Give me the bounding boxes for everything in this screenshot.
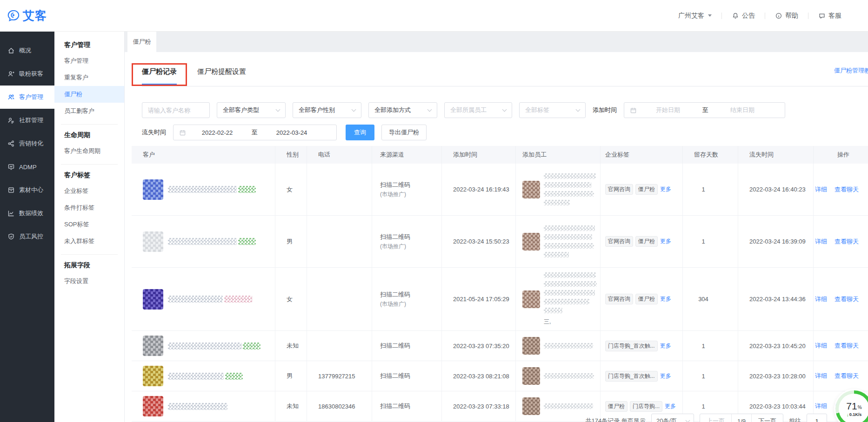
open-page-tab[interactable]: 僵尸粉: [127, 32, 156, 52]
col-added-staff: 添加员工: [516, 146, 601, 164]
chevron-down-icon: [427, 107, 432, 112]
archive-icon: [7, 186, 15, 194]
logo-bubble-icon: [7, 9, 20, 23]
submenu-item-zombie-fans[interactable]: 僵尸粉: [54, 86, 124, 103]
info-icon: [775, 12, 782, 20]
divider: [61, 124, 118, 125]
detail-link[interactable]: 详细: [815, 185, 827, 194]
col-phone: 电话: [307, 146, 372, 164]
churn-time-cell: 2022-03-24 13:44:36: [738, 268, 814, 330]
detail-link[interactable]: 详细: [815, 237, 827, 246]
pager-group: 上一页 1/9 下一页: [700, 414, 783, 422]
more-link[interactable]: 更多: [660, 295, 671, 303]
employee-avatar-blur: [522, 367, 540, 385]
sidebar-item-community[interactable]: 社群管理: [0, 109, 54, 132]
submenu-section-title: 客户标签: [54, 165, 124, 183]
customer-type-select[interactable]: 全部客户类型: [217, 102, 286, 118]
tags-cell: 官网咨询僵尸粉更多: [601, 216, 683, 267]
gauge-inner: 71% ↓ 0.1K/s: [839, 394, 868, 422]
table-row: 男13779927215扫描二维码2022-03-23 08:21:08门店导购…: [132, 361, 868, 391]
more-link[interactable]: 更多: [660, 185, 671, 193]
more-link[interactable]: 更多: [665, 402, 676, 410]
sidebar-item-marketing[interactable]: 营销转化: [0, 132, 54, 155]
phone-cell: [307, 331, 372, 361]
churn-time-range-picker[interactable]: 2022-02-22 至 2022-03-24: [173, 125, 337, 140]
view-chat-link[interactable]: 查看聊天: [835, 185, 859, 194]
sidebar-item-label: 员工风控: [19, 232, 43, 241]
view-chat-link[interactable]: 查看聊天: [835, 295, 859, 303]
submenu-item-customer-mgmt[interactable]: 客户管理: [54, 53, 124, 69]
added-time-cell: 2022-03-24 16:19:43: [442, 164, 516, 215]
sidebar-item-admp[interactable]: ADMP: [0, 155, 54, 178]
help-button[interactable]: 帮助: [765, 12, 808, 20]
workspace-switcher[interactable]: 广州艾客: [668, 12, 721, 20]
employee-name-blur: [544, 373, 594, 379]
add-time-range-picker[interactable]: 开始日期 至 结束日期: [624, 102, 785, 118]
support-button[interactable]: 客服: [808, 12, 851, 20]
submenu-item-lifecycle[interactable]: 客户生命周期: [54, 143, 124, 159]
submenu-item-field-settings[interactable]: 字段设置: [54, 273, 124, 290]
phone-cell: 13779927215: [307, 361, 372, 391]
sidebar-item-materials[interactable]: 素材中心: [0, 178, 54, 202]
sidebar-item-overview[interactable]: 概况: [0, 39, 54, 62]
employee-avatar-blur: [522, 233, 540, 251]
submenu-item-not-in-group-tags[interactable]: 未入群标签: [54, 233, 124, 250]
export-zombie-button[interactable]: 导出僵尸粉: [381, 125, 427, 140]
group-icon: [7, 117, 15, 124]
tags-cell: 官网咨询僵尸粉更多: [601, 268, 683, 330]
sidebar-item-risk[interactable]: 员工风控: [0, 225, 54, 248]
channel-cell: 扫描二维码(市场推广): [372, 268, 442, 330]
sidebar-item-acquisition[interactable]: 吸粉获客: [0, 62, 54, 86]
table-row: 女扫描二维码(市场推广)2021-05-24 17:05:29三,官网咨询僵尸粉…: [132, 268, 868, 331]
zombie-guide-link[interactable]: 僵尸粉管理教: [834, 66, 868, 75]
view-chat-link[interactable]: 查看聊天: [835, 237, 859, 246]
select-value: 全部所属员工: [450, 106, 487, 114]
detail-link[interactable]: 详细: [815, 402, 827, 410]
page-size-select[interactable]: 20条/页: [651, 414, 694, 422]
tab-zombie-records-wrap: 僵尸粉记录: [142, 67, 177, 85]
app-logo[interactable]: 艾客: [7, 8, 47, 23]
chevron-down-icon: [576, 107, 581, 112]
detail-link[interactable]: 详细: [815, 372, 827, 380]
channel-cell: 扫描二维码: [372, 361, 442, 391]
col-channel: 来源渠道: [372, 146, 442, 164]
submenu-item-corp-tags[interactable]: 企业标签: [54, 183, 124, 199]
tag-chip: 僵尸粉: [635, 294, 658, 304]
view-chat-link[interactable]: 查看聊天: [835, 372, 859, 380]
customer-cell: [132, 268, 275, 330]
tag-chip: 门店导购_首次触...: [605, 371, 658, 382]
col-retention-days: 留存天数: [683, 146, 738, 164]
more-link[interactable]: 更多: [660, 342, 671, 350]
sidebar-item-customers[interactable]: 客户管理: [0, 86, 54, 109]
submenu-item-duplicate-customers[interactable]: 重复客户: [54, 69, 124, 86]
submenu-item-conditional-tags[interactable]: 条件打标签: [54, 199, 124, 216]
gauge-speed: ↓ 0.1K/s: [847, 413, 862, 417]
tag-chip: 门店导购_首次触...: [605, 341, 658, 351]
more-link[interactable]: 更多: [660, 372, 671, 380]
added-time-cell: 2022-03-24 15:50:23: [442, 216, 516, 267]
prev-page-button[interactable]: 上一页: [700, 414, 732, 422]
tag-chip: 僵尸粉: [635, 184, 658, 195]
submenu-item-sop-tags[interactable]: SOP标签: [54, 216, 124, 233]
announcements-button[interactable]: 公告: [722, 12, 765, 20]
detail-link[interactable]: 详细: [815, 295, 827, 303]
owner-staff-select[interactable]: 全部所属员工: [444, 102, 512, 118]
sidebar-item-analytics[interactable]: 数据绩效: [0, 202, 54, 225]
employee-caption: 三,: [544, 318, 596, 326]
filter-row-2: 流失时间 2022-02-22 至 2022-03-24 查询 导出僵尸粉: [142, 125, 868, 140]
submenu-item-deleted-customers[interactable]: 员工删客户: [54, 103, 124, 119]
search-button[interactable]: 查询: [346, 125, 374, 140]
employee-cell: [516, 164, 601, 215]
tags-select[interactable]: 全部标签: [519, 102, 586, 118]
add-method-select[interactable]: 全部添加方式: [368, 102, 437, 118]
tab-zombie-reminder-settings[interactable]: 僵尸粉提醒设置: [197, 67, 246, 85]
app-body: 概况 吸粉获客 客户管理 社群管理 营销转化 ADMP 素材中心 数据绩效: [0, 32, 868, 422]
next-page-button[interactable]: 下一页: [751, 414, 783, 422]
detail-link[interactable]: 详细: [815, 342, 827, 350]
customer-name-input[interactable]: [142, 102, 210, 118]
customer-gender-select[interactable]: 全部客户性别: [293, 102, 361, 118]
more-link[interactable]: 更多: [660, 237, 671, 245]
view-chat-link[interactable]: 查看聊天: [835, 342, 859, 350]
goto-page-input[interactable]: [807, 414, 827, 422]
tab-zombie-records[interactable]: 僵尸粉记录: [142, 67, 177, 85]
